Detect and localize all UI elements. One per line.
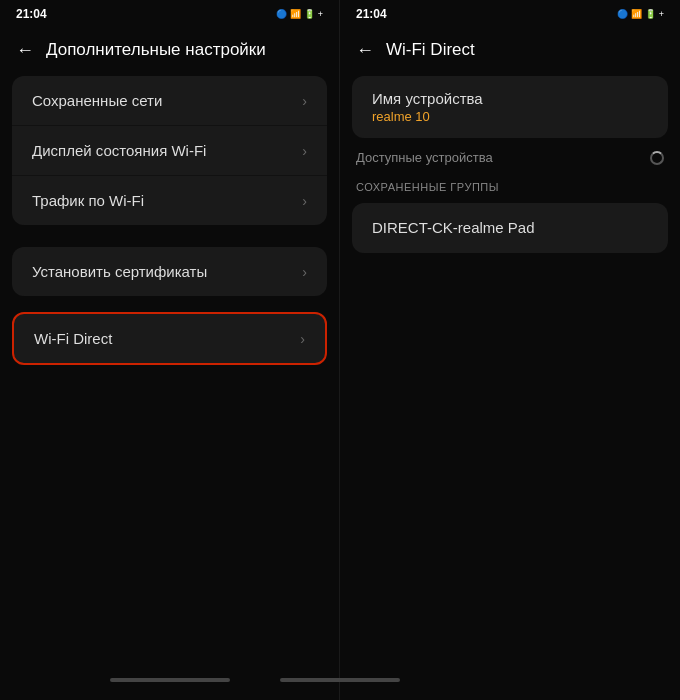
right-battery-icon: 🔋	[645, 9, 656, 19]
menu-item-certificates[interactable]: Установить сертификаты ›	[12, 247, 327, 296]
left-panel-content: Сохраненные сети › Дисплей состояния Wi-…	[0, 70, 339, 365]
right-status-time: 21:04	[356, 7, 387, 21]
available-devices-label: Доступные устройства	[356, 150, 493, 165]
saved-group-card[interactable]: DIRECT-CK-realme Pad	[352, 203, 668, 253]
left-status-icons: 🔵 📶 🔋 +	[276, 9, 323, 19]
left-page-title: Дополнительные настройки	[46, 40, 266, 60]
certificates-arrow: ›	[302, 264, 307, 280]
right-phone-panel: 21:04 🔵 📶 🔋 + ← Wi-Fi Direct Имя устройс…	[340, 0, 680, 700]
certificates-label: Установить сертификаты	[32, 263, 207, 280]
right-status-icons: 🔵 📶 🔋 +	[617, 9, 664, 19]
saved-group-name: DIRECT-CK-realme Pad	[372, 219, 535, 236]
right-status-bar: 21:04 🔵 📶 🔋 +	[340, 0, 680, 28]
right-home-indicator	[280, 678, 400, 682]
wifi-direct-label: Wi-Fi Direct	[34, 330, 112, 347]
right-battery-plus-icon: +	[659, 9, 664, 19]
menu-item-wifi-direct[interactable]: Wi-Fi Direct ›	[12, 312, 327, 365]
wifi-status-label: Дисплей состояния Wi-Fi	[32, 142, 206, 159]
right-nav-header: ← Wi-Fi Direct	[340, 28, 680, 70]
left-phone-panel: 21:04 🔵 📶 🔋 + ← Дополнительные настройки…	[0, 0, 340, 700]
right-panel-content: Имя устройства realme 10 Доступные устро…	[340, 70, 680, 253]
wifi-status-arrow: ›	[302, 143, 307, 159]
device-name-heading: Имя устройства	[372, 90, 648, 107]
left-nav-header: ← Дополнительные настройки	[0, 28, 339, 70]
menu-item-wifi-traffic[interactable]: Трафик по Wi-Fi ›	[12, 176, 327, 225]
bluetooth-icon: 🔵	[276, 9, 287, 19]
wifi-traffic-arrow: ›	[302, 193, 307, 209]
right-back-button[interactable]: ←	[356, 41, 374, 59]
left-status-time: 21:04	[16, 7, 47, 21]
battery-icon: 🔋	[304, 9, 315, 19]
right-bluetooth-icon: 🔵	[617, 9, 628, 19]
saved-networks-label: Сохраненные сети	[32, 92, 162, 109]
wifi-direct-arrow: ›	[300, 331, 305, 347]
right-page-title: Wi-Fi Direct	[386, 40, 475, 60]
signal-bars-icon: 📶	[290, 9, 301, 19]
device-name-section: Имя устройства realme 10	[352, 76, 668, 138]
left-back-button[interactable]: ←	[16, 41, 34, 59]
left-status-bar: 21:04 🔵 📶 🔋 +	[0, 0, 339, 28]
menu-item-wifi-status[interactable]: Дисплей состояния Wi-Fi ›	[12, 126, 327, 176]
device-name-value: realme 10	[372, 109, 648, 124]
right-signal-bars-icon: 📶	[631, 9, 642, 19]
battery-plus-icon: +	[318, 9, 323, 19]
wifi-traffic-label: Трафик по Wi-Fi	[32, 192, 144, 209]
loading-spinner-icon	[650, 151, 664, 165]
menu-item-saved-networks[interactable]: Сохраненные сети ›	[12, 76, 327, 126]
menu-gap-1	[12, 231, 327, 241]
left-home-indicator	[110, 678, 230, 682]
menu-group-1: Сохраненные сети › Дисплей состояния Wi-…	[12, 76, 327, 225]
saved-networks-arrow: ›	[302, 93, 307, 109]
available-devices-row: Доступные устройства	[352, 144, 668, 171]
menu-gap-2	[12, 302, 327, 312]
device-name-card: Имя устройства realme 10	[352, 76, 668, 138]
saved-groups-section-label: СОХРАНЕННЫЕ ГРУППЫ	[352, 171, 668, 199]
menu-group-2: Установить сертификаты ›	[12, 247, 327, 296]
